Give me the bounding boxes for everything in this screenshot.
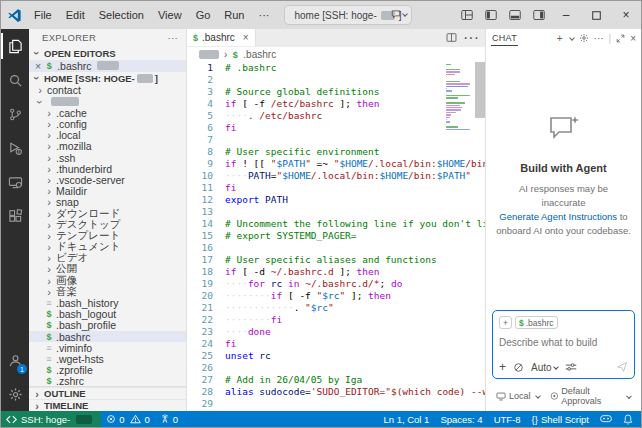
split-editor-icon[interactable] <box>446 32 457 43</box>
menu-go[interactable]: Go <box>189 5 218 25</box>
window-minimize-button[interactable]: – <box>551 1 581 29</box>
editor-scrollbar[interactable] <box>475 62 485 118</box>
workspace-root-header[interactable]: › HOME [SSH: HOGE-] <box>29 72 186 85</box>
status-bar: SSH: hoge- 0 0 0 Ln 1, Col 1 Spaces: 4 U… <box>1 411 641 427</box>
tree-item-.ssh[interactable]: ›.ssh <box>29 152 186 163</box>
tree-item-Maildir[interactable]: ›Maildir <box>29 186 186 197</box>
tab-bashrc[interactable]: $ .bashrc × <box>187 29 256 46</box>
shell-file-icon: $ <box>519 318 524 328</box>
tree-item-.bash_history[interactable]: ≡.bash_history <box>29 297 186 308</box>
tree-item-contact[interactable]: ›contact <box>29 85 186 96</box>
tree-item-画像[interactable]: ›画像 <box>29 275 186 286</box>
chat-toggle-icon[interactable] <box>391 9 407 19</box>
code-line-6: 6fi <box>187 122 485 134</box>
tree-item-.bash_profile[interactable]: $.bash_profile <box>29 320 186 331</box>
tree-item-音楽[interactable]: ›音楽 <box>29 286 186 297</box>
accounts-icon[interactable]: 1 <box>1 343 29 377</box>
send-button[interactable] <box>616 361 628 373</box>
copilot-icon[interactable] <box>600 414 612 424</box>
editor-more-actions-icon[interactable]: ··· <box>463 29 479 47</box>
tree-item-.viminfo[interactable]: ≡.viminfo <box>29 342 186 353</box>
tree-item-ドキュメント[interactable]: ›ドキュメント <box>29 241 186 252</box>
source-control-icon[interactable] <box>1 97 29 131</box>
outline-section-header[interactable]: › OUTLINE <box>29 387 186 399</box>
mode-icon[interactable] <box>513 362 524 373</box>
chat-sparkle-bubble-icon <box>547 114 581 144</box>
code-line-21: 21············. "$rc" <box>187 302 485 314</box>
encoding-setting[interactable]: UTF-8 <box>494 414 521 425</box>
timeline-section-header[interactable]: › TIMELINE <box>29 399 186 411</box>
chat-input-placeholder[interactable]: Describe what to build <box>499 337 628 348</box>
tree-item-label: .ssh <box>56 152 75 164</box>
extensions-icon[interactable] <box>1 199 29 233</box>
cursor-position[interactable]: Ln 1, Col 1 <box>383 414 429 425</box>
menu-run[interactable]: Run <box>217 5 251 25</box>
tree-item-.wget-hsts[interactable]: ≡.wget-hsts <box>29 353 186 364</box>
approvals-selector[interactable]: Default Approvals <box>550 386 631 406</box>
indentation-setting[interactable]: Spaces: 4 <box>440 414 482 425</box>
tree-item-ビデオ[interactable]: ›ビデオ <box>29 253 186 264</box>
tree-item-.config[interactable]: ›.config <box>29 118 186 129</box>
chevron-icon: › <box>35 85 45 95</box>
explorer-more-actions-icon[interactable]: ··· <box>168 32 178 43</box>
tree-item-redacted[interactable]: › <box>29 96 186 107</box>
tab-chat[interactable]: CHAT <box>491 31 518 46</box>
chat-more-actions-icon[interactable]: ··· <box>594 33 604 44</box>
tree-item-.zprofile[interactable]: $.zprofile <box>29 365 186 376</box>
remote-explorer-icon[interactable] <box>1 165 29 199</box>
settings-gear-icon[interactable] <box>1 377 29 411</box>
tree-item-.thunderbird[interactable]: ›.thunderbird <box>29 163 186 174</box>
problems-indicator[interactable]: 0 0 <box>101 414 155 425</box>
toggle-secondary-sidebar-icon[interactable] <box>527 1 551 29</box>
context-chip-bashrc[interactable]: $ .bashrc <box>515 316 558 329</box>
tree-item-.zshrc[interactable]: $.zshrc <box>29 376 186 386</box>
title-bar: File Edit Selection View Go Run ··· ← → … <box>1 1 641 29</box>
tools-sliders-icon[interactable] <box>565 362 577 372</box>
window-close-button[interactable]: × <box>611 1 641 29</box>
explorer-icon[interactable] <box>1 29 29 63</box>
search-icon[interactable] <box>1 63 29 97</box>
tree-item-.bashrc[interactable]: $.bashrc <box>29 331 186 342</box>
menu-more[interactable]: ··· <box>252 5 277 25</box>
chat-close-icon[interactable]: × <box>630 33 636 44</box>
menu-selection[interactable]: Selection <box>92 5 151 25</box>
ports-indicator[interactable]: 0 <box>155 414 183 425</box>
close-icon[interactable]: × <box>35 60 41 72</box>
open-editor-item-bashrc[interactable]: × $ .bashrc <box>29 60 186 72</box>
command-center-search[interactable]: home [SSH: hoge-] <box>284 5 412 25</box>
tree-item-.bash_logout[interactable]: $.bash_logout <box>29 309 186 320</box>
menu-view[interactable]: View <box>151 5 189 25</box>
add-context-button[interactable]: + <box>499 316 512 329</box>
language-mode[interactable]: {} Shell Script <box>532 414 589 425</box>
code-area[interactable]: 1# .bashrc23# Source global definitions4… <box>187 62 485 411</box>
generate-agent-instructions-link[interactable]: Generate Agent Instructions <box>499 211 617 222</box>
tab-close-icon[interactable]: × <box>243 32 249 43</box>
chat-settings-gear-icon[interactable] <box>579 33 589 43</box>
tree-item-.local[interactable]: ›.local <box>29 130 186 141</box>
chat-maximize-icon[interactable] <box>616 34 625 43</box>
toggle-panel-icon[interactable] <box>503 1 527 29</box>
chevron-down-icon[interactable] <box>569 35 575 41</box>
customize-layout-icon[interactable] <box>455 1 479 29</box>
shell-file-icon: $ <box>44 320 54 330</box>
run-debug-icon[interactable] <box>1 131 29 165</box>
open-editors-header[interactable]: › OPEN EDITORS <box>29 47 186 60</box>
notifications-bell-icon[interactable] <box>623 414 633 425</box>
minimap[interactable] <box>446 64 472 133</box>
breadcrumb[interactable]: › $ .bashrc <box>187 47 485 62</box>
tree-item-.vscode-server[interactable]: ›.vscode-server <box>29 174 186 185</box>
chat-input-box[interactable]: + $ .bashrc Describe what to build + Aut… <box>492 310 635 379</box>
code-line-5: 5····. /etc/bashrc <box>187 110 485 122</box>
model-picker[interactable]: Auto <box>531 362 558 373</box>
attach-icon[interactable]: + <box>499 360 506 374</box>
menu-edit[interactable]: Edit <box>59 5 92 25</box>
tree-item-.cache[interactable]: ›.cache <box>29 107 186 118</box>
window-maximize-button[interactable] <box>581 1 611 29</box>
menu-file[interactable]: File <box>27 5 59 25</box>
toggle-sidebar-icon[interactable] <box>479 1 503 29</box>
chat-target-selector[interactable]: Local <box>496 391 540 401</box>
tree-item-公開[interactable]: ›公開 <box>29 264 186 275</box>
tree-item-.mozilla[interactable]: ›.mozilla <box>29 141 186 152</box>
remote-indicator[interactable]: SSH: hoge- <box>1 411 101 427</box>
new-chat-icon[interactable]: + <box>557 33 563 44</box>
